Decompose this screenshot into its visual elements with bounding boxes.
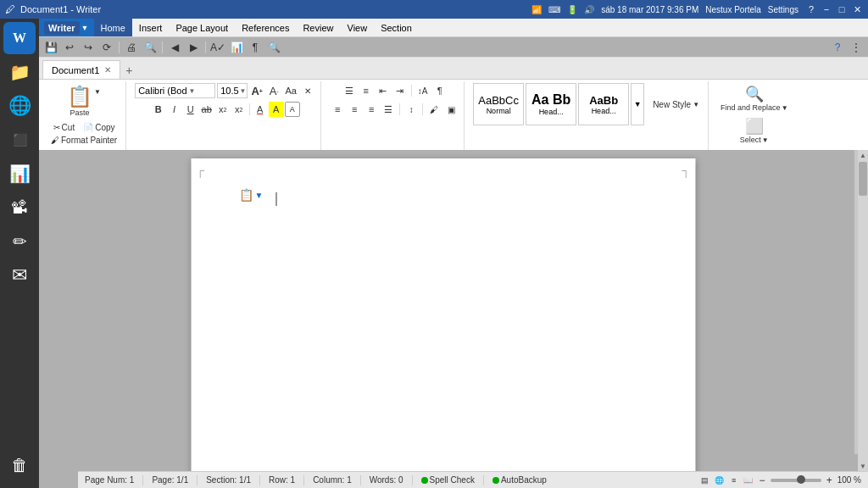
grow-font-button[interactable]: A+	[249, 83, 264, 98]
maximize-button[interactable]: □	[836, 3, 848, 15]
border-font-button[interactable]: A	[285, 102, 300, 117]
view-web-button[interactable]: 🌐	[714, 474, 726, 486]
zoom-out-button[interactable]: −	[760, 474, 765, 486]
sidebar-item-impress[interactable]: 📽	[3, 191, 36, 224]
sidebar-item-terminal[interactable]: ⬛	[3, 124, 36, 156]
tab-close-button[interactable]: ✕	[104, 65, 111, 75]
menu-references[interactable]: References	[235, 19, 296, 36]
qa-menu[interactable]: ⋮	[848, 40, 865, 55]
menu-review[interactable]: Review	[296, 19, 340, 36]
zoom-in-button[interactable]: +	[826, 474, 832, 486]
menu-insert[interactable]: Insert	[132, 19, 170, 36]
sidebar-item-browser[interactable]: 🌐	[3, 90, 36, 122]
minimize-button[interactable]: −	[821, 3, 832, 15]
highlight-button[interactable]: A	[269, 102, 284, 117]
document-page[interactable]: ┌ ┐ 📋 ▼	[192, 158, 696, 471]
zoom-slider[interactable]	[771, 479, 821, 482]
tab-add-button[interactable]: +	[120, 62, 137, 79]
outdent-button[interactable]: ⇤	[376, 83, 391, 98]
qa-spell[interactable]: A✓	[209, 40, 226, 55]
cut-button[interactable]: ✂ Cut	[50, 122, 79, 133]
clear-format-button[interactable]: ✕	[300, 83, 315, 98]
zoom-handle[interactable]	[797, 475, 805, 484]
qa-forward[interactable]: ▶	[185, 40, 202, 55]
subscript-button[interactable]: x2	[215, 102, 231, 117]
qa-help[interactable]: ?	[829, 40, 846, 55]
paste-button[interactable]: 📋 Paste ▼	[64, 83, 104, 119]
line-spacing-button[interactable]: ↕	[403, 102, 419, 117]
find-replace-arrow[interactable]: ▼	[782, 104, 788, 112]
align-justify-button[interactable]: ☰	[381, 102, 396, 117]
sort-button[interactable]: ↕A	[415, 83, 431, 98]
style-heading2[interactable]: AaBb Head...	[578, 83, 629, 125]
settings-button[interactable]: Settings	[768, 5, 798, 14]
menu-view[interactable]: View	[341, 19, 375, 36]
qa-chart[interactable]: 📊	[228, 40, 245, 55]
sidebar-item-calc[interactable]: 📊	[3, 158, 36, 190]
shrink-font-button[interactable]: A-	[266, 83, 281, 98]
style-heading1[interactable]: Aa Bb Head...	[526, 83, 576, 125]
qa-zoom[interactable]: 🔍	[265, 40, 282, 55]
copy-button[interactable]: 📄 Copy	[80, 122, 118, 133]
paste-dropdown[interactable]: ▼	[94, 88, 101, 96]
sidebar-item-files[interactable]: 📁	[3, 56, 36, 88]
menu-section[interactable]: Section	[374, 19, 419, 36]
qa-print[interactable]: 🖨	[123, 40, 140, 55]
sidebar-item-draw[interactable]: ✏	[3, 225, 36, 258]
style-normal[interactable]: AaBbCc Normal	[473, 83, 524, 125]
help-button[interactable]: ?	[805, 3, 817, 15]
page-content[interactable]: ┌ ┐ 📋 ▼	[192, 158, 696, 471]
superscript-button[interactable]: x2	[231, 102, 247, 117]
ordered-list-button[interactable]: ≡	[359, 83, 374, 98]
close-button[interactable]: ✕	[851, 3, 863, 15]
qa-redo[interactable]: ↪	[80, 40, 97, 55]
new-style-button[interactable]: New Style ▼	[649, 99, 703, 110]
writer-dropdown[interactable]: ▼	[81, 24, 89, 32]
bold-button[interactable]: B	[151, 102, 166, 117]
find-replace-button[interactable]: 🔍 Find and Replace ▼	[717, 83, 791, 114]
menu-writer[interactable]: Writer ▼	[39, 19, 94, 36]
font-size-box[interactable]: 10.5 ▼	[217, 83, 248, 98]
scroll-down-arrow[interactable]: ▼	[858, 461, 868, 471]
qa-back[interactable]: ◀	[166, 40, 183, 55]
indent-button[interactable]: ⇥	[392, 83, 408, 98]
qa-save[interactable]: 💾	[42, 40, 59, 55]
case-button[interactable]: Aa	[283, 83, 298, 98]
doc-tab-document1[interactable]: Document1 ✕	[42, 60, 120, 79]
font-name-arrow[interactable]: ▼	[189, 87, 196, 95]
paragraph-marks-button[interactable]: ¶	[432, 83, 448, 98]
select-arrow[interactable]: ▼	[762, 136, 769, 144]
select-button[interactable]: ⬜ Select ▼	[737, 115, 772, 146]
strikethrough-button[interactable]: ab	[199, 102, 214, 117]
align-left-button[interactable]: ≡	[330, 102, 345, 117]
sidebar-item-writer[interactable]: W	[3, 22, 36, 54]
style-more[interactable]: ▼	[631, 83, 644, 125]
scroll-up-arrow[interactable]: ▲	[858, 150, 868, 160]
view-normal-button[interactable]: ▤	[699, 474, 711, 486]
menu-page-layout[interactable]: Page Layout	[169, 19, 235, 36]
vertical-scrollbar[interactable]: ▲ ▼	[858, 150, 868, 471]
unordered-list-button[interactable]: ☰	[342, 83, 357, 98]
view-outline-button[interactable]: ≡	[728, 474, 740, 486]
format-painter-button[interactable]: 🖌 Format Painter	[47, 135, 120, 146]
sidebar-item-trash[interactable]: 🗑	[3, 449, 36, 481]
border-button[interactable]: ▣	[443, 102, 459, 117]
qa-undo[interactable]: ↩	[61, 40, 78, 55]
new-style-arrow[interactable]: ▼	[693, 101, 699, 108]
qa-printpreview[interactable]: 🔍	[142, 40, 159, 55]
scroll-track[interactable]	[859, 160, 867, 461]
qa-toggle[interactable]: ¶	[247, 40, 264, 55]
shading-button[interactable]: 🖌	[426, 102, 442, 117]
qa-refresh[interactable]: ⟳	[98, 40, 115, 55]
scroll-thumb[interactable]	[859, 162, 867, 196]
underline-button[interactable]: U	[183, 102, 198, 117]
align-center-button[interactable]: ≡	[347, 102, 362, 117]
font-name-box[interactable]: Calibri (Bod ▼	[135, 83, 215, 98]
font-color-button[interactable]: A	[253, 102, 268, 117]
menu-home[interactable]: Home	[94, 19, 132, 36]
font-size-arrow[interactable]: ▼	[240, 87, 247, 95]
view-book-button[interactable]: 📖	[743, 474, 754, 486]
sidebar-item-mail[interactable]: ✉	[3, 259, 36, 291]
align-right-button[interactable]: ≡	[364, 102, 379, 117]
italic-button[interactable]: I	[167, 102, 182, 117]
